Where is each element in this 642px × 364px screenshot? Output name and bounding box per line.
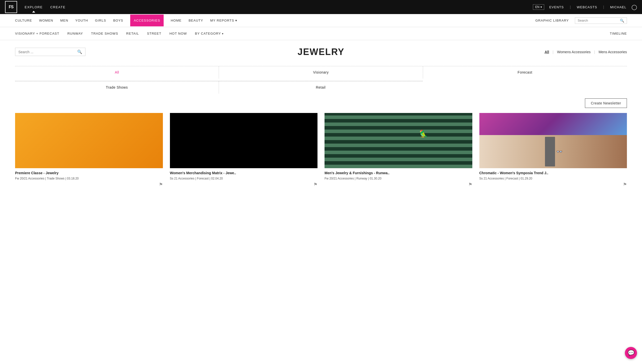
page-search-icon[interactable]: 🔍: [77, 49, 82, 54]
nav-youth[interactable]: YOUTH: [75, 15, 88, 26]
logo[interactable]: FS: [5, 1, 17, 13]
sec-nav-by-category[interactable]: BY CATEGORY: [195, 32, 224, 35]
tab-forecast[interactable]: Forecast: [423, 66, 627, 78]
bookmark-icon-1[interactable]: ⚑: [313, 182, 317, 187]
article-action-1: ⚑: [170, 182, 318, 187]
search-title-row: 🔍 JEWELRY All | Womens Accessories | Men…: [15, 48, 627, 56]
bookmark-icon-0[interactable]: ⚑: [159, 182, 163, 187]
nav-create[interactable]: CREATE: [50, 5, 66, 9]
lang-arrow: ▾: [540, 5, 542, 9]
nav-women[interactable]: WOMEN: [39, 15, 53, 26]
secondary-nav-items: VISIONARY + FORECAST RUNWAY TRADE SHOWS …: [15, 32, 224, 35]
tab-filters-row1: All Visionary Forecast: [15, 66, 627, 78]
nav-user[interactable]: MICHAEL: [610, 5, 626, 9]
article-card-0[interactable]: Premiere Classe - Jewelry Fw 20/21 Acces…: [15, 113, 163, 187]
article-meta-1: Ss 21 Accessories | Forecast | 02.04.20: [170, 176, 318, 181]
nav-accessories[interactable]: ACCESSORIES: [130, 15, 164, 26]
nav-boys[interactable]: BOYS: [113, 15, 123, 26]
article-action-3: ⚑: [479, 182, 627, 187]
main-search-input[interactable]: [578, 19, 618, 22]
page-search-input[interactable]: [18, 50, 75, 54]
article-action-2: ⚑: [325, 182, 472, 187]
lang-label: EN: [535, 5, 539, 9]
article-meta-2: Fw 20/21 Accessories | Runway | 01.30.20: [325, 176, 472, 181]
tab-retail[interactable]: Retail: [219, 81, 423, 93]
article-image-2: 🦜: [325, 113, 472, 168]
newsletter-row: Create Newsletter: [15, 98, 627, 108]
nav-graphic-library[interactable]: GRAPHIC LIBRARY: [535, 19, 569, 22]
article-card-1[interactable]: Women's Merchandising Matrix - Jewe.. Ss…: [170, 113, 318, 187]
cat-filter-mens[interactable]: Mens Accessories: [599, 50, 627, 54]
bookmark-icon-2[interactable]: ⚑: [468, 182, 472, 187]
top-bar-right: EN ▾ EVENTS | WEBCASTS | MICHAEL ◯: [533, 4, 637, 10]
sec-nav-trade-shows[interactable]: TRADE SHOWS: [91, 32, 118, 35]
cat-sep-2: |: [594, 50, 595, 54]
language-selector[interactable]: EN ▾: [533, 4, 544, 10]
nav-beauty[interactable]: BEAUTY: [189, 15, 203, 26]
nav-explore[interactable]: EXPLORE: [25, 5, 43, 9]
articles-grid: Premiere Classe - Jewelry Fw 20/21 Acces…: [15, 113, 627, 187]
article-meta-3: Ss 21 Accessories | Forecast | 01.29.20: [479, 176, 627, 181]
main-search-icon[interactable]: 🔍: [620, 19, 624, 23]
nav-girls[interactable]: GIRLS: [95, 15, 106, 26]
tab-all[interactable]: All: [15, 66, 219, 78]
tab-filters-row2: Trade Shows Retail: [15, 81, 423, 93]
main-search-box[interactable]: 🔍: [575, 17, 627, 24]
nav-webcasts[interactable]: WEBCASTS: [577, 5, 597, 9]
nav-home[interactable]: HOME: [171, 15, 181, 26]
article-title-2: Men's Jewelry & Furnishings - Runwa..: [325, 171, 472, 175]
create-newsletter-button[interactable]: Create Newsletter: [585, 98, 627, 108]
main-nav-items: CULTURE WOMEN MEN YOUTH GIRLS BOYS ACCES…: [15, 15, 237, 26]
sec-nav-street[interactable]: STREET: [147, 32, 161, 35]
user-icon[interactable]: ◯: [631, 4, 637, 10]
sec-nav-hot-now[interactable]: HOT NOW: [169, 32, 187, 35]
page-content: 🔍 JEWELRY All | Womens Accessories | Men…: [0, 40, 642, 197]
page-search-box[interactable]: 🔍: [15, 48, 85, 56]
cat-filter-womens[interactable]: Womens Accessories: [557, 50, 591, 54]
article-card-3[interactable]: 👓 Chromatic - Women's Symposia Trend J..…: [479, 113, 627, 187]
secondary-nav: VISIONARY + FORECAST RUNWAY TRADE SHOWS …: [0, 27, 642, 40]
article-image-0: [15, 113, 163, 168]
main-nav: CULTURE WOMEN MEN YOUTH GIRLS BOYS ACCES…: [0, 14, 642, 27]
article-action-0: ⚑: [15, 182, 163, 187]
article-card-2[interactable]: 🦜 Men's Jewelry & Furnishings - Runwa.. …: [325, 113, 472, 187]
nav-culture[interactable]: CULTURE: [15, 15, 32, 26]
nav-timeline[interactable]: TIMELINE: [610, 32, 627, 35]
sec-nav-retail[interactable]: RETAIL: [126, 32, 139, 35]
article-title-1: Women's Merchandising Matrix - Jewe..: [170, 171, 318, 175]
article-title-3: Chromatic - Women's Symposia Trend J..: [479, 171, 627, 175]
top-bar-left: FS EXPLORE CREATE: [5, 1, 66, 13]
top-bar: FS EXPLORE CREATE EN ▾ EVENTS | WEBCASTS…: [0, 0, 642, 14]
article-image-3: 👓: [479, 113, 627, 168]
nav-my-reports[interactable]: MY REPORTS ▾: [210, 15, 237, 26]
main-nav-right: GRAPHIC LIBRARY 🔍: [535, 17, 627, 24]
sec-nav-runway[interactable]: RUNWAY: [67, 32, 83, 35]
page-title: JEWELRY: [298, 47, 345, 57]
article-image-1: [170, 113, 318, 168]
my-reports-arrow: ▾: [235, 19, 237, 22]
bookmark-icon-3[interactable]: ⚑: [623, 182, 627, 187]
category-filters: All | Womens Accessories | Mens Accessor…: [544, 50, 627, 54]
article-meta-0: Fw 20/21 Accessories | Trade Shows | 03.…: [15, 176, 163, 181]
sec-nav-visionary[interactable]: VISIONARY + FORECAST: [15, 32, 59, 35]
tab-filters-wrapper: All Visionary Forecast Trade Shows Retai…: [15, 66, 627, 93]
tab-visionary[interactable]: Visionary: [219, 66, 423, 78]
article-title-0: Premiere Classe - Jewelry: [15, 171, 163, 175]
cat-filter-all[interactable]: All: [544, 50, 549, 54]
tab-trade-shows[interactable]: Trade Shows: [15, 81, 219, 93]
nav-men[interactable]: MEN: [60, 15, 68, 26]
cat-sep-1: |: [553, 50, 554, 54]
nav-events[interactable]: EVENTS: [549, 5, 564, 9]
